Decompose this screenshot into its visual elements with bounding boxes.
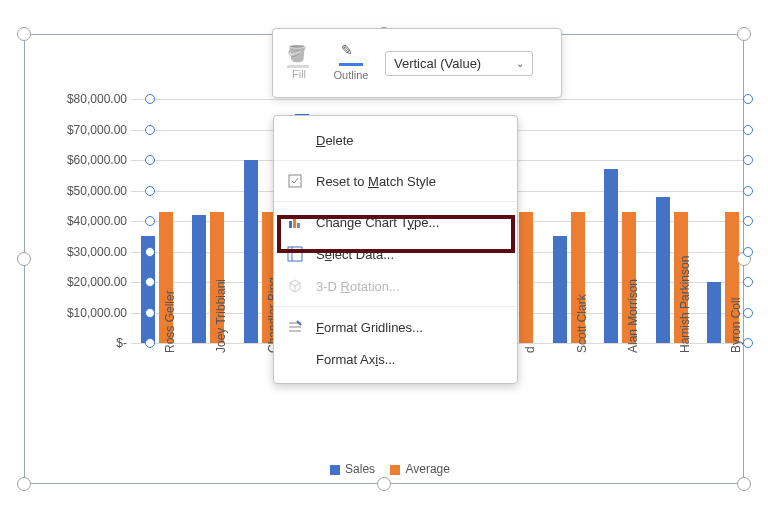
menu-delete[interactable]: Delete	[274, 124, 517, 156]
y-tick-label: $70,000.00	[67, 123, 127, 137]
axis-handle[interactable]	[145, 186, 155, 196]
menu-3d-rotation: 3-D Rotation...	[274, 270, 517, 302]
menu-separator	[274, 201, 517, 202]
axis-handle[interactable]	[743, 216, 753, 226]
bar-sales[interactable]	[192, 215, 206, 343]
legend-label-sales: Sales	[345, 462, 375, 476]
fill-button: Fill	[273, 46, 325, 80]
legend-swatch-sales	[330, 465, 340, 475]
fill-icon	[287, 46, 311, 68]
bar-sales[interactable]	[707, 282, 721, 343]
cube-icon	[286, 277, 304, 295]
selection-handle[interactable]	[17, 252, 31, 266]
selection-handle[interactable]	[17, 477, 31, 491]
blank-icon	[286, 131, 304, 149]
menu-separator	[274, 160, 517, 161]
axis-handle[interactable]	[743, 247, 753, 257]
fill-label: Fill	[292, 68, 306, 80]
selection-handle[interactable]	[17, 27, 31, 41]
y-tick-label: $10,000.00	[67, 306, 127, 320]
y-tick-label: $80,000.00	[67, 92, 127, 106]
bar-sales[interactable]	[244, 160, 258, 343]
menu-delete-rest: elete	[325, 133, 353, 148]
axis-handle[interactable]	[145, 216, 155, 226]
bar-sales[interactable]	[656, 197, 670, 343]
axis-handle[interactable]	[145, 155, 155, 165]
outline-button[interactable]: Outline	[325, 46, 377, 81]
axis-handle[interactable]	[743, 155, 753, 165]
legend[interactable]: Sales Average	[25, 462, 743, 476]
gridlines-icon	[286, 318, 304, 336]
y-tick-label: $60,000.00	[67, 153, 127, 167]
y-axis[interactable]: $-$10,000.00$20,000.00$30,000.00$40,000.…	[47, 99, 127, 343]
svg-rect-1	[289, 221, 292, 228]
axis-handle[interactable]	[743, 338, 753, 348]
menu-select-data[interactable]: Select Data...	[274, 238, 517, 270]
axis-handle[interactable]	[743, 277, 753, 287]
menu-format-gridlines[interactable]: Format Gridlines...	[274, 311, 517, 343]
context-menu: Delete Reset to Match Style Change Chart…	[273, 115, 518, 384]
menu-format-axis[interactable]: Format Axis...	[274, 343, 517, 375]
selection-handle[interactable]	[377, 477, 391, 491]
mini-toolbar: Fill Outline Vertical (Value) ⌄	[272, 28, 562, 98]
menu-reset-match-style[interactable]: Reset to Match Style	[274, 165, 517, 197]
axis-handle[interactable]	[145, 338, 155, 348]
chart-element-dropdown[interactable]: Vertical (Value) ⌄	[385, 51, 533, 76]
axis-handle[interactable]	[145, 94, 155, 104]
y-tick-label: $30,000.00	[67, 245, 127, 259]
svg-rect-2	[293, 218, 296, 228]
axis-handle[interactable]	[743, 308, 753, 318]
menu-change-chart-type[interactable]: Change Chart Type...	[274, 206, 517, 238]
bar-sales[interactable]	[553, 236, 567, 343]
y-tick-label: $-	[116, 336, 127, 350]
legend-label-average: Average	[405, 462, 449, 476]
axis-handle[interactable]	[145, 277, 155, 287]
chart-type-icon	[286, 213, 304, 231]
svg-rect-3	[297, 223, 300, 228]
axis-handle[interactable]	[743, 125, 753, 135]
y-tick-label: $50,000.00	[67, 184, 127, 198]
select-data-icon	[286, 245, 304, 263]
axis-handle[interactable]	[743, 186, 753, 196]
reset-icon	[286, 172, 304, 190]
legend-swatch-average	[390, 465, 400, 475]
bar-sales[interactable]	[604, 169, 618, 343]
selection-handle[interactable]	[737, 477, 751, 491]
axis-handle[interactable]	[145, 247, 155, 257]
selection-handle[interactable]	[737, 27, 751, 41]
y-tick-label: $20,000.00	[67, 275, 127, 289]
menu-separator	[274, 306, 517, 307]
axis-handle[interactable]	[145, 125, 155, 135]
axis-handle[interactable]	[743, 94, 753, 104]
svg-rect-4	[288, 247, 302, 261]
y-tick-label: $40,000.00	[67, 214, 127, 228]
axis-handle[interactable]	[145, 308, 155, 318]
blank-icon	[286, 350, 304, 368]
bar-average[interactable]	[519, 212, 533, 343]
outline-icon	[339, 46, 363, 66]
outline-label: Outline	[334, 69, 369, 81]
chevron-down-icon: ⌄	[516, 58, 524, 69]
dropdown-value: Vertical (Value)	[394, 56, 481, 71]
